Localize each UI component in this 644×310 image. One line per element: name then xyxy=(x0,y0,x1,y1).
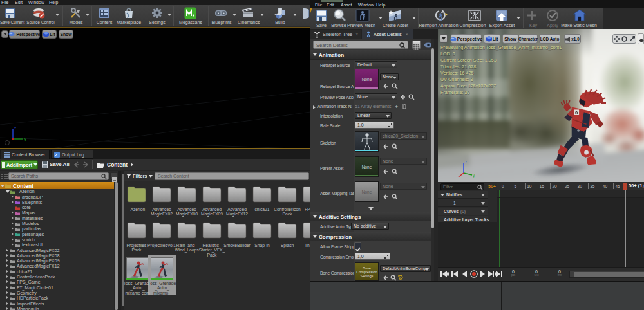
svg-text:z: z xyxy=(465,160,467,164)
svg-text:0: 0 xyxy=(575,110,578,116)
svg-text:y: y xyxy=(473,173,475,178)
svg-text:Y: Y xyxy=(24,137,27,141)
svg-text:z: z xyxy=(14,126,16,130)
